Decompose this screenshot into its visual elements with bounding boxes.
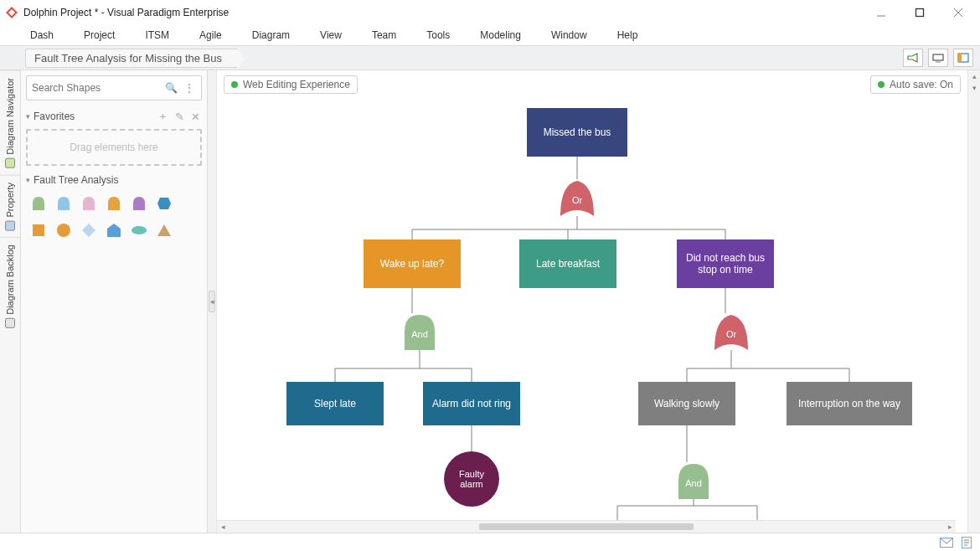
node-label: Walking slowly bbox=[654, 398, 720, 409]
mail-icon[interactable] bbox=[940, 538, 953, 550]
gate-and-2[interactable]: And bbox=[675, 462, 712, 499]
node-slept-late[interactable]: Slept late bbox=[286, 382, 384, 425]
shape-and-gate-orange[interactable] bbox=[105, 194, 123, 213]
shape-diamond-lblue[interactable] bbox=[80, 221, 98, 239]
menu-tools[interactable]: Tools bbox=[413, 27, 463, 44]
backlog-icon bbox=[5, 318, 15, 328]
statusbar bbox=[0, 533, 980, 551]
sidetab-diagram-navigator[interactable]: Diagram Navigator bbox=[0, 70, 20, 175]
menu-view[interactable]: View bbox=[307, 27, 355, 44]
sidetab-diagram-backlog[interactable]: Diagram Backlog bbox=[0, 237, 20, 335]
menu-project[interactable]: Project bbox=[70, 27, 128, 44]
horizontal-scrollbar[interactable]: ◂ ▸ bbox=[217, 520, 956, 533]
gate-and-1[interactable]: And bbox=[401, 313, 438, 350]
search-menu-icon[interactable]: ⋮ bbox=[184, 82, 194, 94]
gate-or-2[interactable]: Or bbox=[713, 313, 750, 350]
palette-label: Fault Tree Analysis bbox=[34, 174, 118, 186]
shapes-panel: 🔍 ⋮ ▾ Favorites ＋ ✎ ✕ Drag elements here… bbox=[21, 70, 208, 533]
close-favorite-icon[interactable]: ✕ bbox=[189, 111, 202, 123]
sidetab-label: Property bbox=[5, 183, 15, 218]
autosave-chip[interactable]: Auto save: On bbox=[870, 75, 961, 94]
close-button[interactable] bbox=[948, 3, 968, 23]
gate-label: Or bbox=[726, 329, 736, 339]
diagram-canvas[interactable]: Web Editing Experience Auto save: On bbox=[216, 70, 967, 533]
node-interruption[interactable]: Interruption on the way bbox=[787, 382, 912, 425]
menu-window[interactable]: Window bbox=[538, 27, 601, 44]
node-faulty-alarm[interactable]: Faulty alarm bbox=[444, 451, 499, 507]
favorites-header[interactable]: ▾ Favorites ＋ ✎ ✕ bbox=[26, 109, 202, 124]
menu-agile[interactable]: Agile bbox=[186, 27, 235, 44]
menubar: Dash Project ITSM Agile Diagram View Tea… bbox=[0, 25, 980, 46]
node-late-breakfast[interactable]: Late breakfast bbox=[519, 239, 616, 288]
palette-header[interactable]: ▾ Fault Tree Analysis bbox=[26, 174, 202, 186]
node-label: Alarm did not ring bbox=[432, 398, 511, 409]
prop-icon bbox=[5, 220, 15, 230]
svg-marker-14 bbox=[82, 224, 95, 237]
shape-and-gate-blue[interactable] bbox=[54, 194, 73, 213]
edit-favorite-icon[interactable]: ✎ bbox=[173, 111, 186, 123]
shape-square-orange[interactable] bbox=[29, 221, 48, 239]
status-dot-icon bbox=[878, 81, 885, 88]
vertical-scrollbar[interactable]: ▴ ▾ bbox=[967, 70, 980, 533]
menu-help[interactable]: Help bbox=[604, 27, 652, 44]
maximize-button[interactable] bbox=[910, 3, 930, 23]
node-walking-slowly[interactable]: Walking slowly bbox=[638, 382, 735, 425]
menu-diagram[interactable]: Diagram bbox=[239, 27, 303, 44]
shape-and-gate-pink[interactable] bbox=[80, 194, 98, 213]
node-missed-the-bus[interactable]: Missed the bus bbox=[527, 108, 627, 157]
node-label: Missed the bus bbox=[544, 126, 611, 138]
palette-row-1 bbox=[26, 194, 202, 213]
scroll-track[interactable] bbox=[229, 523, 944, 531]
menu-modeling[interactable]: Modeling bbox=[467, 27, 534, 44]
node-label: Slept late bbox=[314, 398, 356, 409]
shape-and-gate-purple[interactable] bbox=[130, 194, 148, 213]
menu-team[interactable]: Team bbox=[358, 27, 410, 44]
sidetab-property[interactable]: Property bbox=[0, 175, 20, 238]
splitter-handle-icon: ◂ bbox=[209, 291, 215, 312]
node-label: Wake up late? bbox=[380, 258, 444, 270]
window-title: Dolphin Project * - Visual Paradigm Ente… bbox=[23, 7, 229, 18]
search-icon[interactable]: 🔍 bbox=[165, 82, 178, 94]
svg-point-13 bbox=[57, 224, 70, 237]
minimize-button[interactable] bbox=[871, 3, 891, 23]
breadcrumb-tab[interactable]: Fault Tree Analysis for Missing the Bus bbox=[25, 49, 238, 68]
drag-hint: Drag elements here bbox=[70, 142, 157, 153]
add-favorite-icon[interactable]: ＋ bbox=[156, 109, 170, 124]
menu-dash[interactable]: Dash bbox=[17, 27, 67, 44]
shape-circle-orange[interactable] bbox=[54, 221, 73, 239]
nav-icon bbox=[5, 158, 15, 168]
web-editing-chip[interactable]: Web Editing Experience bbox=[224, 75, 358, 94]
present-icon[interactable] bbox=[928, 49, 948, 67]
main-area: Diagram Navigator Property Diagram Backl… bbox=[0, 70, 980, 533]
gate-label: And bbox=[685, 478, 702, 488]
chip-label: Web Editing Experience bbox=[243, 79, 350, 90]
diagram-layer: Missed the bus Or Wake up late? Late bre… bbox=[217, 70, 967, 533]
scroll-left-icon[interactable]: ◂ bbox=[217, 521, 229, 533]
favorites-dropzone[interactable]: Drag elements here bbox=[26, 129, 202, 166]
gate-or-1[interactable]: Or bbox=[559, 179, 596, 216]
shape-house-blue[interactable] bbox=[105, 221, 123, 239]
perspective-icon[interactable] bbox=[953, 49, 973, 67]
panel-splitter[interactable]: ◂ bbox=[208, 70, 216, 533]
search-shapes-input[interactable] bbox=[30, 81, 162, 95]
svg-marker-15 bbox=[107, 224, 121, 237]
scroll-thumb[interactable] bbox=[479, 523, 694, 530]
svg-rect-7 bbox=[933, 54, 943, 60]
menu-itsm[interactable]: ITSM bbox=[132, 27, 183, 44]
scroll-up-icon[interactable]: ▴ bbox=[968, 70, 980, 82]
shape-triangle-tan[interactable] bbox=[155, 221, 173, 239]
node-not-reach-bus-stop[interactable]: Did not reach bus stop on time bbox=[677, 239, 774, 288]
node-label: Late breakfast bbox=[536, 258, 600, 270]
note-icon[interactable] bbox=[962, 537, 972, 551]
collapse-icon: ▾ bbox=[26, 176, 30, 184]
shape-and-gate-green[interactable] bbox=[29, 194, 48, 213]
scroll-right-icon[interactable]: ▸ bbox=[944, 521, 956, 533]
node-alarm-did-not-ring[interactable]: Alarm did not ring bbox=[423, 382, 520, 425]
shape-ellipse-teal[interactable] bbox=[130, 221, 148, 239]
shape-hex-blue[interactable] bbox=[155, 194, 173, 213]
node-wake-up-late[interactable]: Wake up late? bbox=[364, 239, 461, 288]
status-dot-icon bbox=[231, 81, 238, 88]
announce-icon[interactable] bbox=[903, 49, 923, 67]
scroll-down-icon[interactable]: ▾ bbox=[968, 82, 980, 94]
svg-rect-3 bbox=[916, 9, 924, 17]
